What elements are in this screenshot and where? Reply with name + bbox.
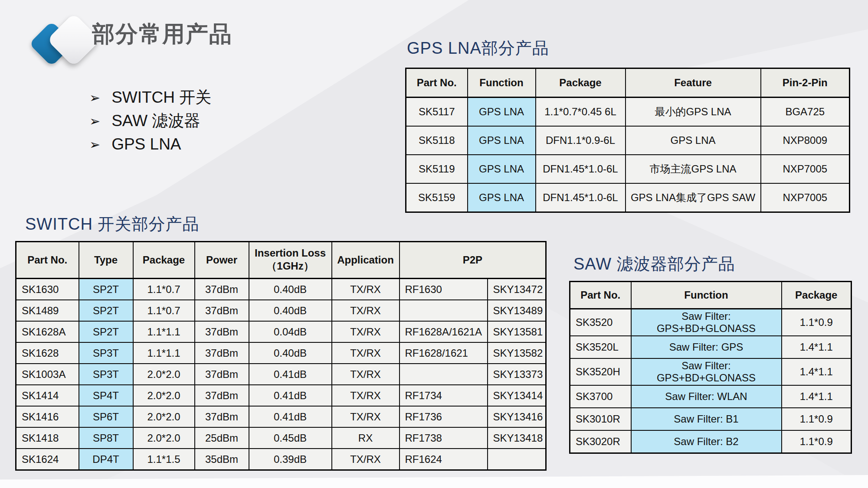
table-cell: NXP7005 bbox=[761, 155, 850, 183]
switch-section-title: SWITCH 开关部分产品 bbox=[25, 213, 199, 235]
table-cell: 0.45dB bbox=[249, 427, 332, 449]
table-cell: 37dBm bbox=[195, 364, 249, 385]
table-row: SK3520Saw Filter: GPS+BD+GLONASS1.1*0.9 bbox=[570, 309, 852, 336]
table-cell: SKY13489 bbox=[488, 300, 546, 321]
table-row: SK1489SP2T1.1*0.737dBm0.40dBTX/RXSKY1348… bbox=[16, 300, 546, 321]
table-cell: SP4T bbox=[79, 385, 133, 406]
table-cell: 1.1*0.7*0.45 6L bbox=[536, 98, 626, 127]
table-cell: 1.1*0.9 bbox=[782, 408, 852, 430]
table-cell: TX/RX bbox=[332, 406, 400, 427]
bullet-list: ➢ SWITCH 开关 ➢ SAW 滤波器 ➢ GPS LNA bbox=[89, 86, 211, 156]
table-cell: 1.4*1.1 bbox=[782, 336, 852, 358]
saw-filter-table: Part No.FunctionPackageSK3520Saw Filter:… bbox=[569, 281, 852, 454]
table-cell: SK1624 bbox=[16, 449, 79, 470]
table-cell: NXP8009 bbox=[761, 126, 850, 155]
table-cell: SK5117 bbox=[406, 98, 468, 127]
table-cell: 2.0*2.0 bbox=[133, 364, 195, 385]
table-cell: SK1628A bbox=[16, 321, 79, 342]
table-cell: SKY13416 bbox=[488, 406, 546, 427]
table-cell: Saw Filter: WLAN bbox=[631, 385, 782, 408]
gps-section-title: GPS LNA部分产品 bbox=[407, 37, 549, 59]
table-cell: 1.1*1.1 bbox=[133, 321, 195, 342]
table-cell: SK3520L bbox=[570, 336, 631, 358]
column-header: Insertion Loss （1GHz） bbox=[249, 242, 332, 279]
table-row: SK3700Saw Filter: WLAN1.4*1.1 bbox=[570, 385, 852, 408]
table-cell: Saw Filter: GPS+BD+GLONASS bbox=[631, 309, 782, 336]
table-cell: 2.0*2.0 bbox=[133, 406, 195, 427]
table-cell: GPS LNA bbox=[468, 183, 536, 212]
table-cell: 2.0*2.0 bbox=[133, 385, 195, 406]
table-cell: DFN1.1*0.9-6L bbox=[536, 126, 626, 155]
bullet-label: SAW 滤波器 bbox=[111, 110, 200, 132]
table-cell: SK3010R bbox=[570, 408, 631, 430]
table-cell: 1.4*1.1 bbox=[782, 385, 852, 408]
table-cell: 37dBm bbox=[195, 300, 249, 321]
column-header: Part No. bbox=[406, 68, 468, 98]
table-cell: 37dBm bbox=[195, 342, 249, 364]
list-item: ➢ SWITCH 开关 bbox=[89, 86, 211, 109]
table-cell: TX/RX bbox=[332, 364, 400, 385]
table-cell: RF1734 bbox=[400, 385, 488, 406]
column-header: Type bbox=[79, 242, 133, 279]
table-cell: 1.1*1.1 bbox=[133, 342, 195, 364]
table-header-row: Part No.TypePackagePowerInsertion Loss （… bbox=[16, 242, 546, 279]
table-cell: RF1628/1621 bbox=[400, 342, 488, 364]
table-cell: 0.40dB bbox=[249, 279, 332, 300]
table-cell: TX/RX bbox=[332, 321, 400, 342]
table-cell: 1.1*0.7 bbox=[133, 279, 195, 300]
table-cell: SP3T bbox=[79, 342, 133, 364]
table-cell: SP2T bbox=[79, 300, 133, 321]
table-cell: SP3T bbox=[79, 364, 133, 385]
saw-section-title: SAW 滤波器部分产品 bbox=[573, 253, 735, 275]
bullet-label: GPS LNA bbox=[111, 135, 181, 153]
table-cell: SK1003A bbox=[16, 364, 79, 385]
column-header: Power bbox=[195, 242, 249, 279]
table-cell bbox=[400, 364, 488, 385]
table-cell: SK3520H bbox=[570, 358, 631, 385]
table-cell: 0.40dB bbox=[249, 300, 332, 321]
table-cell: Saw Filter: B2 bbox=[631, 430, 782, 453]
table-cell: 0.40dB bbox=[249, 342, 332, 364]
table-cell: GPS LNA bbox=[468, 126, 536, 155]
page-title: 部分常用产品 bbox=[92, 19, 233, 49]
table-cell: SK5159 bbox=[406, 183, 468, 212]
table-cell: 37dBm bbox=[195, 279, 249, 300]
column-header: Package bbox=[133, 242, 195, 279]
column-header: Function bbox=[631, 282, 782, 309]
table-cell: SKY13418 bbox=[488, 427, 546, 449]
table-row: SK3520LSaw Filter: GPS1.4*1.1 bbox=[570, 336, 852, 358]
arrow-bullet-icon: ➢ bbox=[89, 114, 100, 129]
table-row: SK5118GPS LNADFN1.1*0.9-6LGPS LNANXP8009 bbox=[406, 126, 850, 155]
table-cell: 37dBm bbox=[195, 406, 249, 427]
table-cell: 最小的GPS LNA bbox=[626, 98, 761, 127]
table-row: SK1414SP4T2.0*2.037dBm0.41dBTX/RXRF1734S… bbox=[16, 385, 546, 406]
table-cell: SP8T bbox=[79, 427, 133, 449]
table-cell: SP2T bbox=[79, 279, 133, 300]
column-header: Package bbox=[782, 282, 852, 309]
table-cell: TX/RX bbox=[332, 449, 400, 470]
table-row: SK1630SP2T1.1*0.737dBm0.40dBTX/RXRF1630S… bbox=[16, 279, 546, 300]
table-cell: BGA725 bbox=[761, 98, 850, 127]
table-cell: TX/RX bbox=[332, 279, 400, 300]
table-cell: SK1489 bbox=[16, 300, 79, 321]
table-cell: SKY13581 bbox=[488, 321, 546, 342]
table-cell: 1.1*0.7 bbox=[133, 300, 195, 321]
table-row: SK3020RSaw Filter: B21.1*0.9 bbox=[570, 430, 852, 453]
table-cell: 1.1*0.9 bbox=[782, 430, 852, 453]
table-cell: SKY13373 bbox=[488, 364, 546, 385]
table-cell: GPS LNA bbox=[626, 126, 761, 155]
column-header: Application bbox=[332, 242, 400, 279]
bullet-label: SWITCH 开关 bbox=[111, 87, 211, 108]
column-header: Part No. bbox=[16, 242, 79, 279]
table-cell: DFN1.45*1.0-6L bbox=[536, 155, 626, 183]
table-cell: NXP7005 bbox=[761, 183, 850, 212]
table-cell bbox=[400, 300, 488, 321]
table-row: SK5159GPS LNADFN1.45*1.0-6LGPS LNA集成了GPS… bbox=[406, 183, 850, 212]
table-cell: 1.1*0.9 bbox=[782, 309, 852, 336]
table-row: SK1628ASP2T1.1*1.137dBm0.04dBTX/RXRF1628… bbox=[16, 321, 546, 342]
table-cell: 0.41dB bbox=[249, 364, 332, 385]
table-cell: DP4T bbox=[79, 449, 133, 470]
table-row: SK1418SP8T2.0*2.025dBm0.45dBRXRF1738SKY1… bbox=[16, 427, 546, 449]
table-header-row: Part No.FunctionPackageFeaturePin-2-Pin bbox=[406, 68, 850, 98]
table-cell: 37dBm bbox=[195, 385, 249, 406]
